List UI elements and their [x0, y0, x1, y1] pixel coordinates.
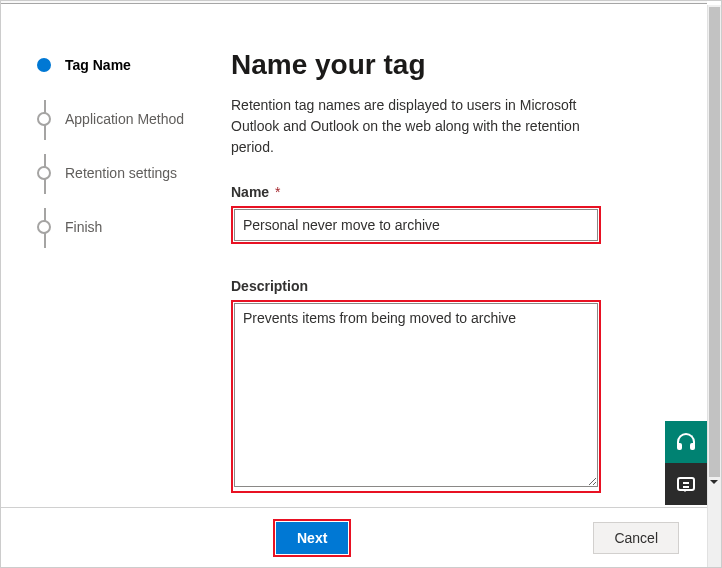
page-title: Name your tag — [231, 49, 601, 81]
step-dot-active-icon — [37, 58, 51, 72]
side-widgets — [665, 421, 707, 505]
name-input[interactable] — [234, 209, 598, 241]
wizard-footer: Next Cancel — [1, 507, 707, 567]
step-dot-icon — [37, 112, 51, 126]
step-label: Retention settings — [65, 165, 177, 181]
description-input[interactable] — [234, 303, 598, 487]
chevron-down-icon — [710, 480, 718, 488]
step-label: Tag Name — [65, 57, 131, 73]
scroll-area: Tag Name Application Method Retention se… — [1, 5, 707, 567]
step-dot-icon — [37, 220, 51, 234]
cancel-button[interactable]: Cancel — [593, 522, 679, 554]
support-widget[interactable] — [665, 421, 707, 463]
wizard-steps: Tag Name Application Method Retention se… — [1, 35, 211, 567]
name-label-text: Name — [231, 184, 269, 200]
intro-text: Retention tag names are displayed to use… — [231, 95, 601, 158]
top-border — [1, 1, 707, 4]
step-label: Finish — [65, 219, 102, 235]
name-highlight — [231, 206, 601, 244]
step-dot-icon — [37, 166, 51, 180]
headset-icon — [677, 433, 695, 451]
step-retention-settings[interactable]: Retention settings — [37, 163, 211, 183]
step-application-method[interactable]: Application Method — [37, 109, 211, 129]
name-label: Name * — [231, 184, 601, 200]
step-label: Application Method — [65, 111, 184, 127]
step-finish[interactable]: Finish — [37, 217, 211, 237]
step-tag-name[interactable]: Tag Name — [37, 55, 211, 75]
description-highlight — [231, 300, 601, 493]
next-button[interactable]: Next — [276, 522, 348, 554]
content-row: Tag Name Application Method Retention se… — [1, 5, 707, 567]
scrollbar-thumb[interactable] — [709, 7, 720, 477]
chat-icon — [677, 477, 695, 491]
wizard-dialog: Tag Name Application Method Retention se… — [0, 0, 722, 568]
required-indicator: * — [275, 184, 280, 200]
feedback-widget[interactable] — [665, 463, 707, 505]
main-panel: Name your tag Retention tag names are di… — [211, 35, 651, 567]
next-highlight: Next — [273, 519, 351, 557]
description-label: Description — [231, 278, 601, 294]
